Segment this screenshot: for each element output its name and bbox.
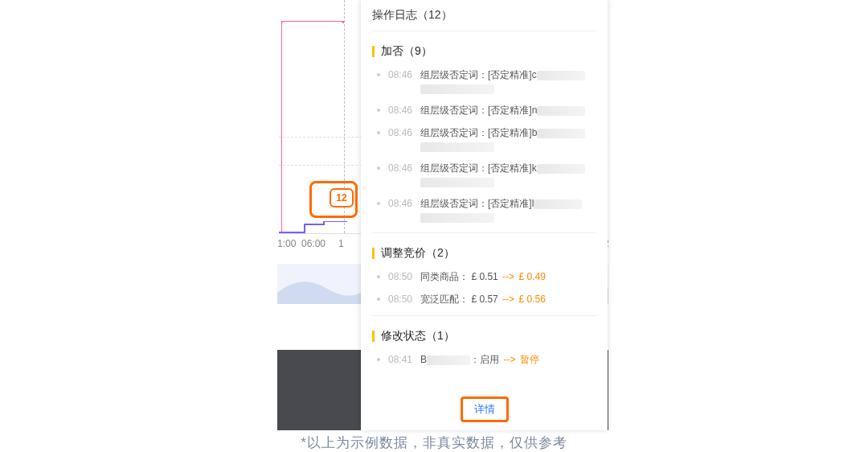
operation-log-popup: 操作日志（12） 加否（9） 08:46 组层级否定词：[否定精准]c 08:4… xyxy=(361,0,608,430)
disclaimer-text: *以上为示例数据，非真实数据，仅供参考 xyxy=(0,434,868,452)
log-row: 08:50 宽泛匹配： £ 0.57 --> £ 0.56 xyxy=(361,288,608,310)
bullet-icon xyxy=(377,73,380,76)
log-time: 08:46 xyxy=(388,104,412,117)
svg-point-0 xyxy=(342,21,344,23)
axis-tick-label: 1 xyxy=(338,238,344,249)
log-text: 组层级否定词：[否定精准]k xyxy=(420,162,596,187)
log-row: 08:41 B：启用 --> 暂停 xyxy=(361,348,608,371)
axis-tick-label: 1:00 xyxy=(277,238,296,249)
log-row: 08:46 组层级否定词：[否定精准]k xyxy=(361,157,608,192)
axis-tick-label: 06:00 xyxy=(301,238,326,249)
arrow-icon: --> xyxy=(502,271,514,282)
event-count-value: 12 xyxy=(336,192,346,203)
section-title: 调整竞价（2） xyxy=(381,246,455,261)
chart-line-series-purple xyxy=(279,221,347,233)
log-time: 08:50 xyxy=(388,270,412,283)
section-header-negate: 加否（9） xyxy=(361,31,608,64)
price-new: £ 0.49 xyxy=(518,271,545,282)
section-accent-bar xyxy=(372,46,375,57)
popup-body: 加否（9） 08:46 组层级否定词：[否定精准]c 08:46 组层级否定词：… xyxy=(361,31,608,387)
section-header-bid: 调整竞价（2） xyxy=(361,233,608,265)
event-count-badge: 12 xyxy=(330,188,354,208)
log-time: 08:41 xyxy=(388,353,412,366)
log-time: 08:46 xyxy=(388,126,412,139)
bullet-icon xyxy=(377,275,380,278)
bullet-icon xyxy=(377,298,380,301)
log-time: 08:46 xyxy=(388,197,412,210)
log-time: 08:50 xyxy=(388,293,412,306)
log-text: 组层级否定词：[否定精准]n xyxy=(420,104,596,117)
section-header-status: 修改状态（1） xyxy=(361,316,608,348)
log-text: 组层级否定词：[否定精准]l xyxy=(420,197,596,223)
popup-title: 操作日志（12） xyxy=(361,0,608,27)
log-text: 组层级否定词：[否定精准]b xyxy=(420,126,596,152)
section-accent-bar xyxy=(372,248,375,259)
chart-event-badge[interactable]: 12 xyxy=(309,181,358,218)
bullet-icon xyxy=(377,109,380,112)
detail-button[interactable]: 详情 xyxy=(461,397,509,422)
section-accent-bar xyxy=(372,331,375,342)
bullet-icon xyxy=(377,131,380,134)
price-new: £ 0.56 xyxy=(518,294,545,305)
popup-footer: 详情 xyxy=(361,387,608,430)
price-old: £ 0.51 xyxy=(471,271,497,282)
bullet-icon xyxy=(377,166,380,170)
log-row: 08:46 组层级否定词：[否定精准]c xyxy=(361,64,608,99)
section-title: 修改状态（1） xyxy=(381,329,455,343)
arrow-icon: --> xyxy=(503,354,515,365)
log-text: 同类商品： £ 0.51 --> £ 0.49 xyxy=(420,270,596,283)
log-row: 08:46 组层级否定词：[否定精准]b xyxy=(361,121,608,157)
status-new: 暂停 xyxy=(520,354,539,365)
log-text: 宽泛匹配： £ 0.57 --> £ 0.56 xyxy=(420,293,596,306)
price-old: £ 0.57 xyxy=(471,294,497,305)
log-time: 08:46 xyxy=(388,68,412,81)
log-row: 08:46 组层级否定词：[否定精准]l xyxy=(361,192,608,228)
log-text: B：启用 --> 暂停 xyxy=(420,353,596,366)
arrow-icon: --> xyxy=(502,294,514,305)
log-time: 08:46 xyxy=(388,162,412,175)
bullet-icon xyxy=(377,358,380,361)
log-text: 组层级否定词：[否定精准]c xyxy=(420,68,596,94)
log-row: 08:46 组层级否定词：[否定精准]n xyxy=(361,99,608,121)
log-row: 08:50 同类商品： £ 0.51 --> £ 0.49 xyxy=(361,265,608,288)
section-title: 加否（9） xyxy=(381,44,432,59)
bullet-icon xyxy=(377,202,380,205)
